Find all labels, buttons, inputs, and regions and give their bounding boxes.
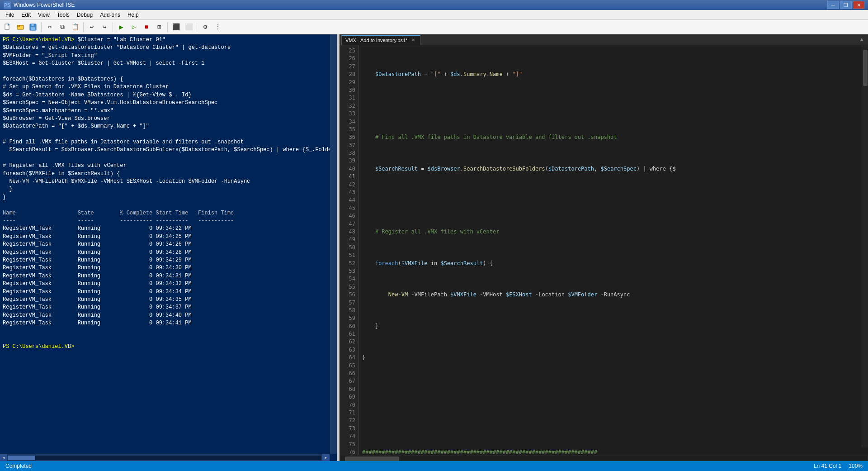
code-line-35 [362,385,864,393]
cut-button[interactable]: ✂ [44,21,56,33]
scroll-htrack[interactable] [8,456,321,460]
open-button[interactable] [14,21,26,33]
tab-label: VMX - Add to Inventory.ps1* [345,38,407,43]
new-tab-button[interactable]: ⊞ [153,21,165,33]
main-content: PS C:\Users\daniel.VB> $Cluster = "Lab C… [0,34,868,461]
restore-button[interactable]: ❐ [840,1,852,9]
console-vscroll[interactable] [330,34,337,454]
toolbar: ✂ ⧉ 📋 ↩ ↪ ▶ ▷ ■ ⊞ ⬛ ⬜ ⚙ ⋮ [0,20,868,34]
menu-view[interactable]: View [34,11,53,19]
save-button[interactable] [27,21,39,33]
editor-collapse-button[interactable]: ▲ [857,35,866,44]
editor-tabs: VMX - Add to Inventory.ps1* ✕ ▲ [340,34,868,45]
status-right: Ln 41 Col 1 100% [814,463,863,469]
menu-edit[interactable]: Edit [18,11,34,19]
close-button[interactable]: ✕ [853,1,864,9]
console-panel: PS C:\Users\daniel.VB> $Cluster = "Lab C… [0,34,337,461]
line-numbers: 25 26 27 28 29 30 31 32 33 34 35 36 37 3… [340,45,359,455]
more-options[interactable]: ⋮ [212,21,224,33]
tab-close-button[interactable]: ✕ [410,37,416,43]
code-line-33: } [362,323,864,330]
svg-rect-5 [31,27,35,30]
code-line-27: # Find all .VMX file paths in Datastore … [362,133,864,141]
editor-hscroll-track[interactable] [340,456,867,460]
title-bar: PS Windows PowerShell ISE ─ ❐ ✕ [0,0,868,10]
code-line-36 [362,417,864,424]
app-icon: PS [4,1,11,9]
menu-debug[interactable]: Debug [73,11,96,19]
svg-rect-2 [17,25,19,27]
run-script-button[interactable]: ▶ [115,21,127,33]
scroll-hthumb[interactable] [8,456,35,460]
status-left: Completed [5,463,32,469]
redo-button[interactable]: ↪ [99,21,110,33]
status-text: Completed [5,463,32,469]
title-bar-title: Windows PowerShell ISE [14,2,75,8]
code-line-32: New-VM -VMFilePath $VMXFile -VMHost $ESX… [362,291,864,299]
editor-panel: VMX - Add to Inventory.ps1* ✕ ▲ 25 26 27… [340,34,868,461]
code-area[interactable]: $DatastorePath = "[" + $ds.Summary.Name … [359,45,868,455]
run-selection-button[interactable]: ▷ [128,21,140,33]
minimize-button[interactable]: ─ [827,1,839,9]
menu-bar: File Edit View Tools Debug Add-ons Help [0,10,868,20]
editor-hscroll[interactable] [340,455,868,461]
code-editor[interactable]: 25 26 27 28 29 30 31 32 33 34 35 36 37 3… [340,45,868,455]
zoom-level: 100% [849,463,863,469]
paste-button[interactable]: 📋 [69,21,81,33]
window-controls: ─ ❐ ✕ [827,1,864,9]
code-line-34: } [362,354,864,362]
editor-vscroll[interactable] [862,45,868,447]
code-line-31: foreach($VMXFile in $SearchResult) { [362,260,864,267]
toggle-console-pane[interactable]: ⬜ [183,21,194,33]
menu-file[interactable]: File [2,11,18,19]
new-button[interactable] [2,21,14,33]
code-line-28: $SearchResult = $dsBrowser.SearchDatasto… [362,165,864,173]
code-line-30: # Register all .VMX files with vCenter [362,228,864,236]
editor-vscroll-thumb[interactable] [863,50,868,86]
svg-rect-4 [31,24,34,26]
title-bar-left: PS Windows PowerShell ISE [4,1,75,9]
editor-tab-active[interactable]: VMX - Add to Inventory.ps1* ✕ [341,35,420,45]
cursor-position: Ln 41 Col 1 [814,463,841,469]
scroll-left-arrow[interactable]: ◀ [0,454,7,461]
code-line-29 [362,196,864,204]
console-output[interactable]: PS C:\Users\daniel.VB> $Cluster = "Lab C… [0,34,337,461]
console-hscroll[interactable]: ◀ ▶ [0,454,330,461]
debug-toggle[interactable]: ⚙ [199,21,211,33]
code-line-37: ########################################… [362,448,864,455]
stop-button[interactable]: ■ [141,21,152,33]
menu-addons[interactable]: Add-ons [96,11,124,19]
editor-hscroll-thumb[interactable] [345,457,399,461]
undo-button[interactable]: ↩ [86,21,98,33]
menu-tools[interactable]: Tools [53,11,73,19]
menu-help[interactable]: Help [124,11,142,19]
code-line-25: $DatastorePath = "[" + $ds.Summary.Name … [362,71,864,78]
code-line-26 [362,102,864,110]
toggle-script-pane[interactable]: ⬛ [170,21,182,33]
scroll-right-arrow[interactable]: ▶ [322,454,330,461]
copy-button[interactable]: ⧉ [57,21,68,33]
status-bar: Completed Ln 41 Col 1 100% [0,461,868,471]
